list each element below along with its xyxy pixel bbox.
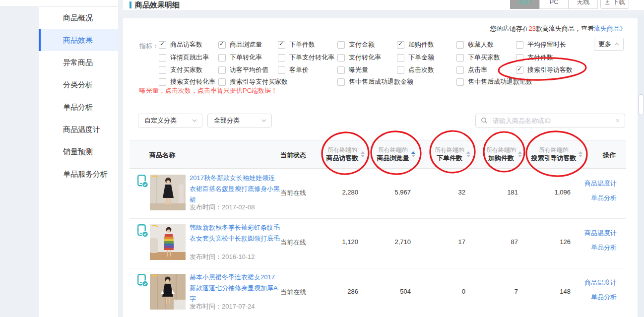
metric-label: 下单转化率 [230, 53, 262, 62]
product-image[interactable] [150, 175, 186, 210]
checkbox-icon[interactable] [337, 54, 345, 62]
category-custom-dropdown[interactable]: 自定义分类 [138, 114, 202, 127]
metric-checkbox-item[interactable]: 商品访客数 [159, 41, 202, 49]
metric-checkbox-item[interactable]: 下单支付转化率 [278, 54, 334, 62]
product-title-link[interactable]: 2017秋冬新款女长袖娃娃领连衣裙百搭名媛显瘦打底修身小黑裙 [190, 173, 281, 205]
checkbox-icon[interactable] [456, 54, 464, 62]
checkbox-icon[interactable] [337, 78, 345, 86]
checkbox-icon[interactable] [278, 41, 285, 49]
sidebar-menu: 商品概况 商品效果 异常商品 分类分析 单品分析 商品温度计 销量预测 单品服务… [39, 6, 118, 185]
action-link-thermometer[interactable]: 商品温度计 [584, 229, 617, 238]
publish-date: 发布时间：2016-10-12 [190, 253, 255, 261]
checkbox-icon[interactable] [218, 41, 226, 49]
metric-label: 搜索引导支付买家数 [230, 77, 288, 86]
sidebar: 商品概况 商品效果 异常商品 分类分析 单品分析 商品温度计 销量预测 单品服务… [39, 0, 118, 317]
metric-checkbox-item[interactable]: 搜索引导支付买家数 [218, 78, 288, 86]
view-tab-all[interactable]: 全部 [510, 0, 539, 9]
sort-icon[interactable] [579, 151, 582, 157]
metric-checkbox-item[interactable]: 收藏人数 [456, 41, 494, 49]
checkbox-icon[interactable] [278, 54, 285, 62]
product-search-input[interactable] [492, 117, 612, 125]
action-link-thermometer[interactable]: 商品温度计 [584, 278, 617, 287]
checkbox-icon[interactable] [456, 78, 464, 86]
metric-checkbox-item[interactable]: 点击次数 [397, 66, 434, 74]
metric-checkbox-item[interactable]: 客单价 [278, 66, 309, 74]
metric-checkbox-item[interactable]: 售中售后成功退款金额 [337, 78, 413, 86]
metric-checkbox-item[interactable]: 下单买家数 [456, 54, 500, 62]
col-header-search-visitors[interactable]: 所有终端的搜索引导访客数 [519, 146, 594, 163]
metric-checkbox-item[interactable]: 商品浏览量 [218, 41, 262, 49]
title-accent-bar [129, 1, 131, 8]
metric-value-orders: 32 [411, 189, 465, 196]
sidebar-item-product-overview[interactable]: 商品概况 [39, 6, 118, 29]
action-link-analysis[interactable]: 单品分析 [591, 243, 617, 252]
product-image[interactable] [150, 224, 186, 260]
metric-checkbox-item[interactable]: 支付金额 [337, 41, 375, 49]
metric-checkbox-item[interactable]: 搜索支付转化率 [159, 78, 215, 86]
metric-label: 搜索引导访客数 [527, 65, 573, 74]
checkbox-icon[interactable] [456, 41, 464, 49]
checkbox-icon[interactable] [159, 41, 166, 49]
sidebar-item-product-effect[interactable]: 商品效果 [39, 29, 118, 51]
product-title-link[interactable]: 韩版新款秋冬季长袖彩虹条纹毛衣女套头宽松中长款圆领打底毛 [190, 222, 281, 244]
view-tab-wireless[interactable]: 无线 [569, 0, 598, 9]
page: 商品概况 商品效果 异常商品 分类分析 单品分析 商品温度计 销量预测 单品服务… [0, 0, 644, 317]
metric-checkbox-item[interactable]: 下单转化率 [218, 54, 262, 62]
action-link-analysis[interactable]: 单品分析 [591, 293, 617, 302]
sidebar-item-sales-forecast[interactable]: 销量预测 [39, 140, 118, 163]
metric-checkbox-item[interactable]: 支付买家数 [159, 66, 202, 74]
checkbox-icon[interactable] [218, 66, 226, 74]
category-all-dropdown[interactable]: 全部分类 [207, 114, 272, 127]
page-scrollbar[interactable] [639, 94, 644, 115]
product-image[interactable] [150, 274, 186, 310]
metric-checkbox-item[interactable]: 详情页跳出率 [159, 54, 209, 62]
notice: 您的店铺存在23款高流失商品，查看流失商品》 [490, 24, 626, 33]
metric-checkbox-item[interactable]: 支付件数 [516, 54, 553, 62]
sidebar-item-single-product-service[interactable]: 单品服务分析 [39, 163, 118, 185]
metric-checkbox-item[interactable]: 点击率 [456, 66, 487, 74]
action-link-thermometer[interactable]: 商品温度计 [584, 179, 617, 188]
checkbox-icon[interactable] [397, 54, 404, 62]
sidebar-item-abnormal-products[interactable]: 异常商品 [39, 51, 118, 73]
sidebar-item-single-product-analysis[interactable]: 单品分析 [39, 96, 118, 118]
notice-link[interactable]: 流失商品》 [594, 25, 626, 32]
metric-checkbox-item[interactable]: 曝光量 [337, 66, 368, 74]
checkbox-icon[interactable] [337, 41, 345, 49]
checkbox-icon[interactable] [456, 66, 464, 74]
metric-checkbox-item[interactable]: 访客平均价值 [218, 66, 268, 74]
checkbox-icon[interactable] [159, 54, 166, 62]
metric-checkbox-item[interactable]: 下单金额 [397, 54, 434, 62]
view-tab-pc[interactable]: PC [539, 0, 569, 9]
checkbox-icon[interactable] [218, 78, 226, 86]
checkbox-icon[interactable] [218, 54, 226, 62]
sort-icon[interactable] [411, 151, 415, 157]
checkbox-icon[interactable] [397, 41, 404, 49]
more-button[interactable]: 更多 [594, 38, 624, 51]
download-icon [604, 0, 610, 5]
terminal-prefix: 所有终端的 [531, 146, 577, 154]
sidebar-item-category-analysis[interactable]: 分类分析 [39, 73, 118, 96]
metric-checkbox-item[interactable]: 支付转化率 [337, 54, 381, 62]
metric-checkbox-item-search-visitors[interactable]: 搜索引导访客数 [516, 66, 573, 74]
clear-icon[interactable]: × [616, 117, 620, 124]
metric-checkbox-item[interactable]: 平均停留时长 [516, 41, 566, 49]
download-button[interactable]: 下载 [600, 0, 629, 9]
checkbox-icon[interactable] [278, 66, 285, 74]
metric-label: 下单买家数 [468, 53, 500, 62]
col-header-action: 操作 [603, 151, 616, 160]
checkbox-icon[interactable] [516, 54, 523, 62]
metric-label: 商品浏览量 [230, 40, 262, 49]
metric-checkbox-item[interactable]: 加购件数 [397, 41, 434, 49]
checkbox-icon[interactable] [516, 66, 523, 74]
checkbox-icon[interactable] [516, 41, 523, 49]
checkbox-icon[interactable] [159, 78, 166, 86]
sidebar-item-product-thermometer[interactable]: 商品温度计 [39, 118, 118, 140]
checkbox-icon[interactable] [337, 66, 345, 74]
checkbox-icon[interactable] [397, 66, 404, 74]
checkbox-icon[interactable] [159, 66, 166, 74]
metric-label: 下单金额 [408, 53, 434, 62]
action-link-analysis[interactable]: 单品分析 [591, 193, 617, 202]
metric-checkbox-item[interactable]: 下单件数 [278, 41, 315, 49]
product-title-link[interactable]: 赫本小黑裙冬季连衣裙女2017新款蓬蓬七分袖修身显瘦加厚A字 [190, 272, 281, 305]
metric-checkbox-item[interactable]: 售中售后成功退款笔数 [456, 78, 532, 86]
